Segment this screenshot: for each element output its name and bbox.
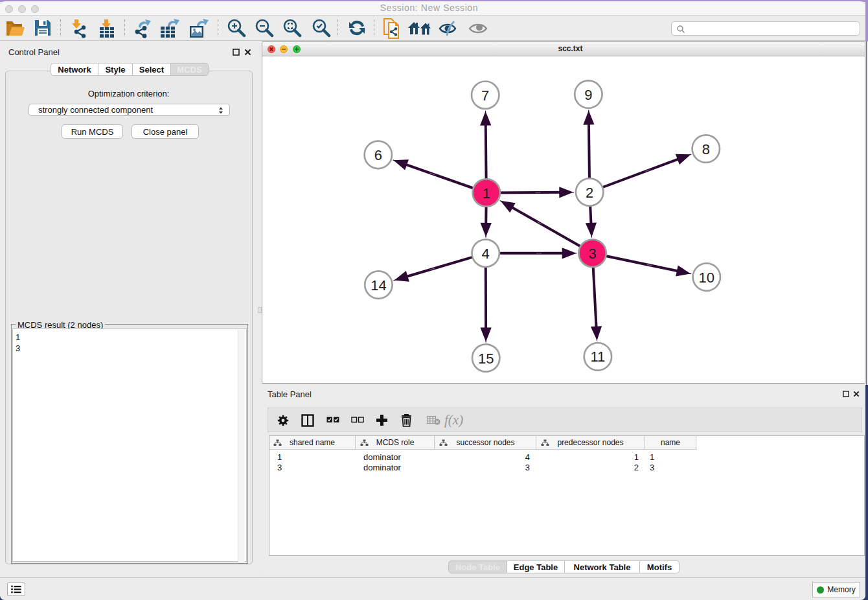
svg-text:7: 7 bbox=[481, 87, 489, 104]
svg-text:6: 6 bbox=[374, 147, 382, 163]
svg-text:10: 10 bbox=[699, 270, 714, 286]
svg-text:14: 14 bbox=[371, 277, 386, 294]
svg-text:3: 3 bbox=[588, 246, 596, 262]
svg-text:8: 8 bbox=[702, 141, 710, 157]
svg-text:11: 11 bbox=[590, 349, 605, 365]
svg-text:2: 2 bbox=[586, 185, 593, 201]
svg-text:9: 9 bbox=[584, 87, 592, 103]
svg-text:15: 15 bbox=[478, 351, 494, 367]
svg-text:4: 4 bbox=[482, 246, 490, 262]
svg-text:1: 1 bbox=[483, 185, 490, 202]
